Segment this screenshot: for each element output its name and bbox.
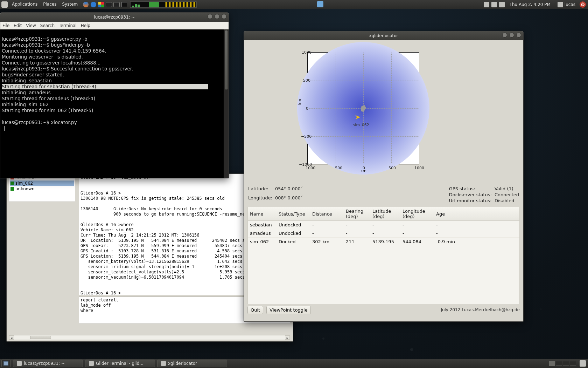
user-name: lucas (565, 2, 575, 7)
maximize-button[interactable] (215, 14, 219, 19)
minimize-button[interactable] (502, 33, 507, 38)
tree-item-unknown[interactable]: unknown (10, 186, 74, 192)
latitude-value: 054° 0.000´ (275, 186, 303, 195)
workspace-applet-2[interactable] (113, 2, 120, 7)
terminal-scrollbar[interactable] (224, 29, 229, 178)
plot-ylabel: km (298, 99, 302, 105)
table-header: Name Status/Type Distance Bearing (deg) … (248, 207, 519, 221)
close-button[interactable] (516, 33, 521, 38)
glider-table[interactable]: Name Status/Type Distance Bearing (deg) … (247, 207, 520, 304)
locator-plot: sim_062 1000 500 0 −500 −1000 −1000 −500… (244, 40, 523, 183)
xgl-title: xgliderlocator (369, 33, 398, 38)
url-status-label: Url monitor status: (449, 198, 492, 203)
task-glider-terminal[interactable]: Glider Terminal - glid... (85, 360, 155, 367)
shutdown-button[interactable]: ⏻ (580, 1, 586, 8)
show-desktop-icon (4, 361, 8, 366)
show-desktop-button[interactable] (1, 360, 10, 367)
table-row[interactable]: sim_062Docked302 km2115139.195544.084-0.… (248, 238, 519, 246)
credit-label: July 2012 Lucas.Merckelbach@hzg.de (441, 307, 520, 312)
close-button[interactable] (222, 14, 226, 19)
system-menu[interactable]: System (59, 0, 80, 9)
workspace-applet-1[interactable] (106, 2, 112, 7)
url-status-value: Disabled (495, 198, 519, 203)
xgl-titlebar[interactable]: xgliderlocator (244, 31, 523, 40)
table-row[interactable]: sebastianUndocked----- (248, 221, 519, 229)
menu-view[interactable]: View (26, 23, 36, 28)
viewpoint-toggle-button[interactable]: ViewPoint toggle (266, 306, 310, 314)
task-xgliderlocator[interactable]: xgliderlocator (157, 360, 227, 367)
gps-status-value: Valid (1) (495, 186, 519, 191)
update-tray-icon[interactable] (491, 2, 497, 7)
menu-help[interactable]: Help (81, 23, 90, 28)
applications-menu[interactable]: Applications (9, 0, 40, 9)
quit-button[interactable]: Quit (247, 306, 263, 314)
terminal-cursor (2, 126, 5, 131)
task-terminal[interactable]: lucas@rzcp0931: ~ (13, 360, 83, 367)
status-strip: Latitude: 054° 0.000´ Longitude: 008° 0.… (244, 183, 523, 205)
xgl-task-icon (161, 361, 166, 366)
scroll-right-icon[interactable]: ▸ (285, 335, 290, 340)
tree-item-sim062[interactable]: sim_062 (10, 180, 74, 186)
longitude-label: Longitude: (248, 195, 272, 204)
workspace-4[interactable] (570, 361, 576, 366)
terminal-selection: Starting thread for sebastian (Thread-3) (2, 84, 96, 89)
user-icon (558, 2, 563, 7)
terminal-titlebar[interactable]: lucas@rzcp0931: ~ (0, 13, 229, 22)
xgliderlocator-window[interactable]: xgliderlocator sim_062 (244, 31, 524, 322)
workspace-switcher[interactable] (549, 361, 576, 366)
latitude-label: Latitude: (248, 186, 272, 195)
workspace-1[interactable] (549, 361, 555, 366)
places-menu[interactable]: Places (40, 0, 59, 9)
scrollbar-thumb[interactable] (225, 30, 228, 90)
terminal-menubar: File Edit View Search Terminal Help (0, 22, 229, 29)
trash-icon[interactable] (580, 360, 586, 367)
maximize-button[interactable] (509, 33, 514, 38)
scroll-thumb[interactable] (30, 336, 51, 339)
menu-search[interactable]: Search (40, 23, 55, 28)
network-tray-icon[interactable] (499, 2, 505, 7)
gps-status-label: GPS status: (449, 186, 492, 191)
gnome-terminal-window[interactable]: lucas@rzcp0931: ~ File Edit View Search … (0, 12, 229, 178)
scroll-left-icon[interactable]: ◂ (9, 335, 14, 340)
user-menu[interactable]: lucas (555, 2, 578, 7)
table-row[interactable]: amadeusUndocked----- (248, 229, 519, 238)
clipboard-applet-icon[interactable] (317, 1, 323, 7)
print-tray-icon[interactable] (484, 2, 489, 7)
workspace-2[interactable] (556, 361, 562, 366)
gnome-foot-icon[interactable] (1, 1, 8, 8)
menu-edit[interactable]: Edit (14, 23, 22, 28)
longitude-value: 008° 0.000´ (275, 195, 303, 204)
terminal-task-icon (17, 361, 22, 366)
gnome-top-panel: Applications Places System Thu Aug 2, 4:… (0, 0, 588, 9)
dock-status-label: Dockserver status: (449, 192, 492, 197)
windows-launcher-icon[interactable] (97, 0, 105, 9)
glider-marker-label: sim_062 (353, 123, 369, 127)
gnome-bottom-panel: lucas@rzcp0931: ~ Glider Terminal - glid… (0, 359, 588, 368)
menu-file[interactable]: File (2, 23, 9, 28)
workspace-3[interactable] (563, 361, 569, 366)
plot-xlabel: km (360, 169, 366, 173)
minimize-button[interactable] (208, 14, 212, 19)
glider-task-icon (89, 361, 94, 366)
dock-status-value: Connected (495, 192, 519, 197)
plot-axes: sim_062 (307, 52, 419, 164)
email-launcher-icon[interactable] (90, 0, 97, 9)
clock[interactable]: Thu Aug 2, 4:20 PM (507, 2, 553, 7)
horizontal-scrollbar[interactable]: ◂ ▸ (9, 335, 290, 340)
browser-launcher-icon[interactable] (82, 0, 90, 9)
menu-terminal[interactable]: Terminal (59, 23, 77, 28)
terminal-title: lucas@rzcp0931: ~ (94, 15, 135, 20)
system-monitor-applet[interactable] (130, 1, 197, 8)
terminal-launcher-icon[interactable] (120, 0, 128, 9)
terminal-body[interactable]: lucas@rzcp0931:~$ gpsserver.py -b lucas@… (0, 29, 229, 178)
